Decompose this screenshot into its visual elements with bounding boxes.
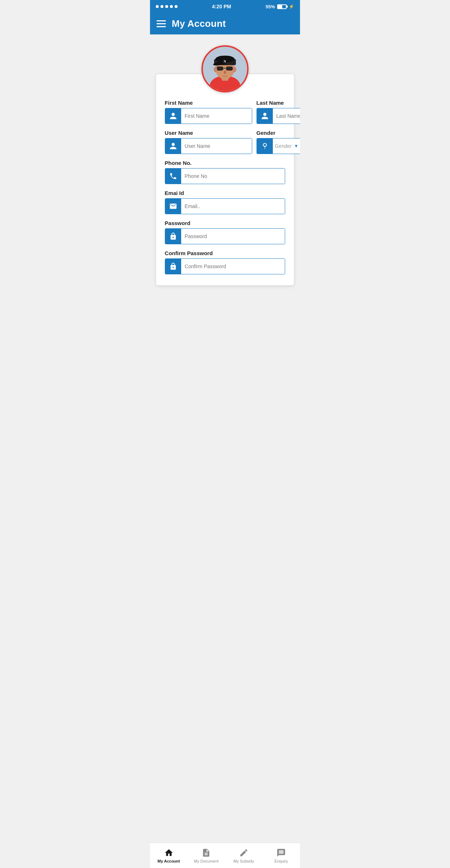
hamburger-line xyxy=(157,23,166,24)
document-icon xyxy=(201,848,211,857)
signal-dot xyxy=(175,5,178,8)
lock-icon-2 xyxy=(165,259,181,274)
main-content: N First Name Last Name xyxy=(150,34,300,868)
nav-label-my-subsidy: My Subsidy xyxy=(233,859,254,863)
password-input[interactable] xyxy=(181,229,285,244)
svg-point-13 xyxy=(233,67,236,72)
avatar-container[interactable]: N xyxy=(201,45,249,92)
phone-icon xyxy=(165,169,181,184)
person-icon-3 xyxy=(165,138,181,154)
email-input[interactable] xyxy=(181,199,285,214)
app-header: My Account xyxy=(150,13,300,34)
nav-item-enquiry[interactable]: Enquiry xyxy=(263,843,300,868)
chevron-down-icon: ▼ xyxy=(294,138,300,154)
last-name-label: Last Name xyxy=(257,100,300,106)
name-row: First Name Last Name xyxy=(165,100,286,124)
gender-select-wrapper: Gender Male Female Other ▼ xyxy=(257,138,300,154)
signal-dot xyxy=(165,5,168,8)
phone-input-wrapper xyxy=(165,168,286,184)
page-title: My Account xyxy=(172,18,226,29)
avatar: N xyxy=(201,45,249,92)
svg-point-12 xyxy=(214,67,217,72)
lock-icon xyxy=(165,229,181,244)
username-label: User Name xyxy=(165,130,252,136)
gender-icon xyxy=(257,138,273,154)
phone-group: Phone No. xyxy=(165,160,286,184)
signal-dot xyxy=(156,5,159,8)
first-name-group: First Name xyxy=(165,100,252,124)
bottom-navigation: My Account My Document My Subsidy Enquir… xyxy=(150,843,300,868)
battery-percent: 55% xyxy=(266,4,275,9)
svg-rect-8 xyxy=(217,66,224,70)
status-bar: 4:20 PM 55% ⚡ xyxy=(150,0,300,13)
username-input[interactable] xyxy=(181,138,252,154)
signal-dot xyxy=(161,5,163,8)
password-label: Password xyxy=(165,220,286,226)
hamburger-line xyxy=(157,20,166,21)
person-icon-2 xyxy=(257,108,273,124)
email-group: Emai Id xyxy=(165,190,286,214)
nav-label-my-account: My Account xyxy=(158,859,180,863)
form-card: First Name Last Name xyxy=(156,74,294,285)
gender-group: Gender Gender Male Female Other ▼ xyxy=(257,130,300,154)
enquiry-icon xyxy=(276,848,286,857)
signal-dots xyxy=(156,5,178,8)
hamburger-menu-icon[interactable] xyxy=(157,20,166,27)
password-group: Password xyxy=(165,220,286,244)
username-gender-row: User Name Gender xyxy=(165,130,286,154)
email-icon xyxy=(165,199,181,214)
confirm-password-label: Confirm Password xyxy=(165,250,286,256)
status-time: 4:20 PM xyxy=(212,4,231,9)
bolt-icon: ⚡ xyxy=(289,4,294,9)
subsidy-icon xyxy=(239,848,249,857)
last-name-input-wrapper xyxy=(257,108,300,124)
nav-label-my-document: My Document xyxy=(194,859,218,863)
first-name-input[interactable] xyxy=(181,108,252,124)
person-icon xyxy=(165,108,181,124)
username-input-wrapper xyxy=(165,138,252,154)
first-name-input-wrapper xyxy=(165,108,252,124)
nav-item-my-document[interactable]: My Document xyxy=(188,843,225,868)
last-name-input[interactable] xyxy=(273,108,300,124)
first-name-label: First Name xyxy=(165,100,252,106)
nav-label-enquiry: Enquiry xyxy=(275,859,288,863)
confirm-password-input-wrapper xyxy=(165,258,286,274)
gender-label: Gender xyxy=(257,130,300,136)
home-icon xyxy=(164,848,174,857)
svg-rect-9 xyxy=(226,66,233,70)
svg-text:N: N xyxy=(224,60,226,63)
confirm-password-input[interactable] xyxy=(181,259,285,274)
gender-select[interactable]: Gender Male Female Other xyxy=(273,138,294,154)
confirm-password-group: Confirm Password xyxy=(165,250,286,274)
password-input-wrapper xyxy=(165,228,286,244)
username-group: User Name xyxy=(165,130,252,154)
signal-dot xyxy=(170,5,173,8)
nav-item-my-subsidy[interactable]: My Subsidy xyxy=(225,843,263,868)
email-input-wrapper xyxy=(165,198,286,214)
last-name-group: Last Name xyxy=(257,100,300,124)
battery-icon xyxy=(277,4,287,9)
email-label: Emai Id xyxy=(165,190,286,196)
svg-point-11 xyxy=(224,71,226,74)
phone-label: Phone No. xyxy=(165,160,286,166)
hamburger-line xyxy=(157,26,166,27)
status-right: 55% ⚡ xyxy=(266,4,294,9)
nav-item-my-account[interactable]: My Account xyxy=(150,843,188,868)
phone-input[interactable] xyxy=(181,169,285,184)
